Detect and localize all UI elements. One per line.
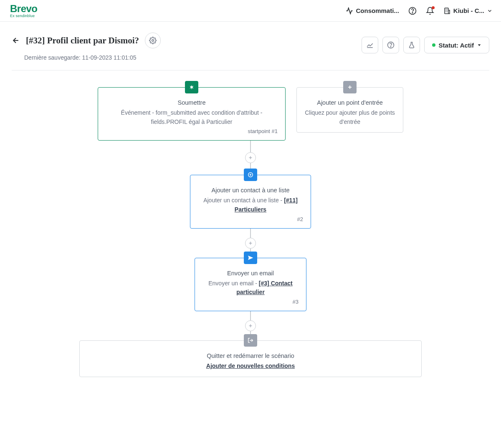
entry-node[interactable]: Soumettre Événement - form_submitted ave… [98,87,286,141]
topbar-right: Consommati... Kiubi - C... [346,7,493,15]
exit-link-wrap: Ajouter de nouvelles conditions [87,362,414,371]
chevron-down-icon [487,8,493,14]
asterisk-icon [185,81,198,93]
account-label: Kiubi - C... [453,7,484,14]
step3-desc: Envoyer un email - [#3] Contact particul… [202,279,299,297]
entry-card-meta: startpoint #1 [106,128,278,134]
svg-rect-2 [445,8,448,14]
settings-button[interactable] [145,33,161,48]
step2-title: Ajouter un contact à une liste [198,187,303,194]
step2-meta: #2 [198,216,303,222]
building-icon [443,7,451,15]
status-dropdown[interactable]: Statut: Actif [424,37,489,53]
status-label: Statut: Actif [439,42,474,49]
consumption-link[interactable]: Consommati... [346,7,399,15]
header-actions: Statut: Actif [362,37,489,53]
step2-desc: Ajouter un contact à une liste - [#11] P… [198,196,303,214]
add-entry-node[interactable]: Ajouter un point d'entrée Cliquez pour a… [296,87,403,141]
page-header: [#32] Profil client par Dismoi? Dernière… [0,22,501,67]
help-icon[interactable] [408,7,417,15]
step2-node[interactable]: Ajouter un contact à une liste Ajouter u… [190,175,311,228]
logo-subtitle: Ex sendinblue [10,14,38,18]
exit-node[interactable]: Quitter et redémarrer le scénario Ajoute… [79,340,422,377]
connector-line [250,141,251,152]
send-icon [244,252,257,264]
step2-desc-prefix: Ajouter un contact à une liste - [203,197,284,204]
add-entry-title: Ajouter un point d'entrée [304,99,395,106]
logo-text: Brevo [10,4,38,14]
plus-icon [343,81,357,93]
entry-card-desc: Événement - form_submitted avec conditio… [106,108,278,126]
back-arrow-icon[interactable] [12,36,20,45]
add-step-button[interactable] [245,320,256,331]
entry-row: Soumettre Événement - form_submitted ave… [98,87,403,141]
chart-icon [366,41,374,49]
account-dropdown[interactable]: Kiubi - C... [443,7,493,15]
exit-icon [244,334,257,347]
svg-marker-8 [478,44,481,46]
activity-icon [346,7,353,15]
step3-title: Envoyer un email [202,270,299,277]
add-conditions-link[interactable]: Ajouter de nouvelles conditions [206,362,295,369]
exit-title: Quitter et redémarrer le scénario [87,352,414,359]
step3-node[interactable]: Envoyer un email Envoyer un email - [#3]… [195,258,306,311]
page-title-row: [#32] Profil client par Dismoi? [12,33,161,48]
topbar: Brevo Ex sendinblue Consommati... Kiubi … [0,0,501,22]
consumption-label: Consommati... [356,7,399,14]
add-entry-card: Ajouter un point d'entrée Cliquez pour a… [296,87,403,133]
add-step-button[interactable] [245,238,256,249]
logo[interactable]: Brevo Ex sendinblue [10,4,38,18]
step3-desc-prefix: Envoyer un email - [208,280,259,287]
stats-button[interactable] [362,37,378,53]
add-step-button[interactable] [245,152,256,163]
help-button[interactable] [382,37,399,53]
status-dot [432,43,435,47]
step2-card: Ajouter un contact à une liste Ajouter u… [190,175,311,228]
page-header-left: [#32] Profil client par Dismoi? Dernière… [12,33,161,61]
connector-line [250,229,251,238]
page-title: [#32] Profil client par Dismoi? [26,35,139,46]
svg-point-1 [412,12,412,13]
svg-point-4 [152,40,154,42]
bell-icon[interactable] [426,7,434,15]
gear-icon [149,37,157,44]
step3-card: Envoyer un email Envoyer un email - [#3]… [195,258,306,311]
connector-line [250,311,251,320]
entry-card-title: Soumettre [106,99,278,106]
notif-dot [432,6,435,9]
last-save: Dernière sauvegarde: 11-09-2023 11:01:05 [24,54,161,61]
test-button[interactable] [403,37,420,53]
entry-card: Soumettre Événement - form_submitted ave… [98,87,286,141]
add-contact-icon [244,169,257,181]
add-entry-desc: Cliquez pour ajouter plus de points d'en… [304,108,395,126]
step3-meta: #3 [202,299,299,305]
workflow-canvas: Soumettre Événement - form_submitted ave… [0,70,501,402]
flask-icon [408,41,415,49]
help-icon [387,41,395,49]
svg-point-7 [390,47,391,47]
caret-down-icon [477,43,481,47]
